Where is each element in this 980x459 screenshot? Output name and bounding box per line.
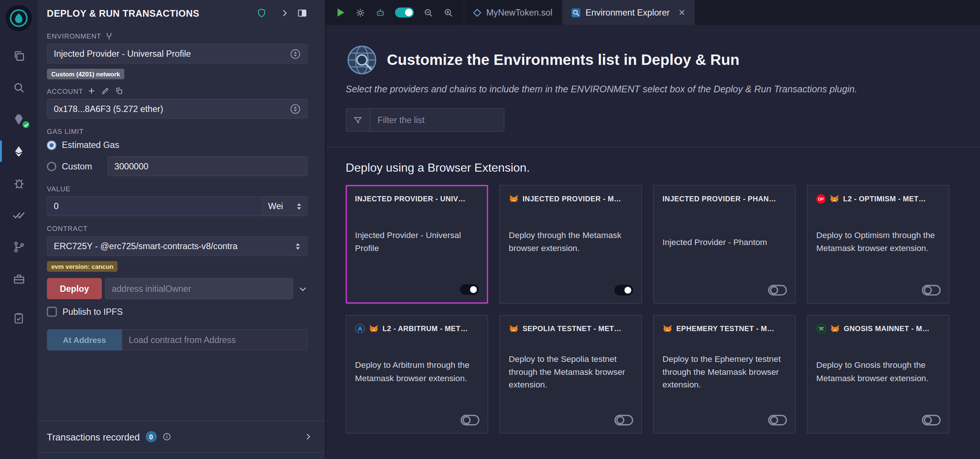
remix-logo-icon[interactable]: [6, 5, 32, 31]
at-address-button[interactable]: At Address: [47, 329, 122, 350]
ai-assistant-button[interactable]: [375, 7, 386, 18]
provider-card-arbitrum-metamask[interactable]: L2 - ARBITRUM - MET… Deploy to Arbitrum …: [346, 315, 488, 434]
provider-toggle[interactable]: [614, 285, 633, 295]
collapse-panel-chevron-icon[interactable]: [280, 9, 289, 18]
value-unit-label: Wei: [268, 201, 296, 211]
provider-card-description: Deploy through the Metamask browser exte…: [509, 230, 633, 256]
script-settings-button[interactable]: [355, 7, 366, 18]
zoom-out-button[interactable]: [423, 7, 434, 18]
environment-selected-value: Injected Provider - Universal Profile: [54, 49, 290, 59]
provider-toggle[interactable]: [461, 415, 480, 426]
provider-card-title: SEPOLIA TESTNET - MET…: [523, 325, 633, 332]
recorder-expand-chevron-icon[interactable]: [304, 432, 313, 441]
provider-card-title: INJECTED PROVIDER - M…: [523, 195, 633, 202]
sidebar-item-unit-testing[interactable]: [0, 203, 37, 227]
value-row: Wei: [47, 196, 307, 216]
tab-mynewtoken-sol[interactable]: MyNewToken.sol: [464, 0, 562, 25]
custom-gas-input[interactable]: [108, 156, 307, 176]
remix-logo-glyph: [9, 9, 28, 28]
environment-label: ENVIRONMENT: [47, 33, 101, 40]
provider-card-optimism-metamask[interactable]: OP L2 - OPTIMISM - MET… Deploy to Optimi…: [807, 185, 949, 303]
sidebar-item-search[interactable]: [0, 76, 37, 99]
account-label: ACCOUNT: [47, 87, 83, 95]
provider-toggle[interactable]: [460, 284, 479, 295]
filter-row: [346, 108, 960, 132]
provider-toggle[interactable]: [922, 415, 941, 426]
provider-card-ephemery-metamask[interactable]: EPHEMERY TESTNET - M… Deploy to the Ephe…: [653, 315, 795, 434]
provider-card-title: L2 - ARBITRUM - MET…: [382, 325, 479, 332]
sidebar-item-file-explorer[interactable]: [0, 44, 37, 67]
provider-toggle[interactable]: [768, 415, 787, 426]
transactions-recorded-section[interactable]: Transactions recorded 0: [37, 421, 325, 453]
value-input[interactable]: [47, 196, 262, 216]
tab-environment-explorer[interactable]: Environment Explorer: [562, 0, 695, 25]
metamask-fox-icon: [662, 324, 673, 334]
environment-shield-icon[interactable]: [256, 7, 267, 19]
sidebar-item-debugger[interactable]: [0, 171, 37, 195]
estimated-gas-radio[interactable]: [47, 140, 56, 149]
network-badge: Custom (4201) network: [47, 68, 124, 79]
estimated-gas-label: Estimated Gas: [62, 140, 119, 150]
filter-input[interactable]: [369, 108, 504, 132]
close-tab-icon[interactable]: [678, 9, 686, 16]
debugger-icon: [12, 176, 25, 189]
git-branch-icon: [12, 240, 25, 253]
sidebar-item-git[interactable]: [0, 235, 37, 259]
account-select[interactable]: 0x178...8A6F3 (5.272 ether): [47, 98, 307, 119]
arbitrum-icon: [355, 324, 365, 334]
environment-select[interactable]: Injected Provider - Universal Profile: [47, 44, 307, 64]
sidebar-item-solidity-compiler[interactable]: [0, 108, 37, 131]
contract-stepper-arrows-icon: [295, 242, 301, 250]
sidebar-item-deploy-run[interactable]: [0, 140, 37, 163]
run-script-button[interactable]: [336, 7, 346, 17]
metamask-fox-icon: [509, 324, 519, 334]
sidebar-item-plugin-manager[interactable]: [0, 267, 37, 290]
custom-gas-radio[interactable]: [47, 162, 56, 171]
provider-card-description: Injected Provider - Phantom: [662, 236, 767, 249]
provider-card-description: Deploy to Gnosis through the Metamask br…: [816, 359, 940, 386]
deploy-button[interactable]: Deploy: [47, 278, 102, 299]
account-select-arrows-icon: [290, 103, 301, 114]
metamask-fox-icon: [509, 194, 519, 203]
deploy-run-panel: DEPLOY & RUN TRANSACTIONS ENVIRONM: [37, 0, 325, 459]
contract-label-text: CONTRACT: [47, 225, 88, 232]
ai-copilot-toggle[interactable]: [395, 7, 414, 17]
publish-ipfs-row: Publish to IPFS: [47, 307, 307, 317]
page-title: Customize the Environments list in Deplo…: [387, 51, 739, 68]
provider-toggle[interactable]: [768, 285, 787, 295]
provider-card-injected-metamask[interactable]: INJECTED PROVIDER - M… Deploy through th…: [499, 185, 642, 303]
deploy-row: Deploy: [47, 278, 307, 299]
provider-card-injected-universal-profile[interactable]: INJECTED PROVIDER - UNIV… Injected Provi…: [346, 185, 488, 303]
deploy-args-input[interactable]: [105, 278, 293, 299]
at-address-input[interactable]: [122, 329, 307, 350]
provider-toggle[interactable]: [922, 285, 941, 295]
environment-explorer-icon: [571, 8, 581, 17]
value-unit-select[interactable]: Wei: [262, 196, 307, 216]
provider-card-gnosis-metamask[interactable]: GNOSIS MAINNET - M… Deploy to Gnosis thr…: [807, 315, 949, 434]
contract-select[interactable]: ERC725Y - @erc725/smart-contracts-v8/con…: [47, 236, 307, 256]
custom-gas-label: Custom: [62, 161, 102, 171]
edit-account-icon[interactable]: [101, 87, 110, 95]
provider-card-sepolia-metamask[interactable]: SEPOLIA TESTNET - MET… Deploy to the Sep…: [499, 315, 642, 434]
zoom-in-icon: [443, 7, 454, 18]
sidebar-item-contract-verification[interactable]: [0, 306, 37, 330]
copy-account-icon[interactable]: [115, 87, 123, 95]
file-explorer-icon: [12, 49, 25, 62]
panel-title: DEPLOY & RUN TRANSACTIONS: [47, 8, 256, 19]
unit-stepper-arrows-icon: [296, 202, 302, 210]
value-label-text: VALUE: [47, 185, 70, 192]
add-account-icon[interactable]: [88, 87, 96, 95]
publish-ipfs-checkbox[interactable]: [47, 307, 57, 317]
solidity-file-icon: [473, 8, 482, 17]
info-icon[interactable]: [162, 432, 171, 441]
deploy-expand-chevron-icon[interactable]: [298, 284, 307, 293]
filter-funnel-icon: [346, 108, 369, 132]
split-view-icon[interactable]: [297, 8, 307, 18]
editor-toolbar: [326, 0, 464, 25]
provider-card-title: INJECTED PROVIDER - UNIV…: [355, 195, 479, 202]
provider-card-description: Deploy to the Ephemery testnet through t…: [662, 353, 786, 392]
plugin-manager-icon: [12, 272, 25, 285]
zoom-in-button[interactable]: [443, 7, 454, 18]
provider-toggle[interactable]: [614, 415, 633, 426]
provider-card-injected-phantom[interactable]: INJECTED PROVIDER - PHAN… Injected Provi…: [653, 185, 795, 303]
